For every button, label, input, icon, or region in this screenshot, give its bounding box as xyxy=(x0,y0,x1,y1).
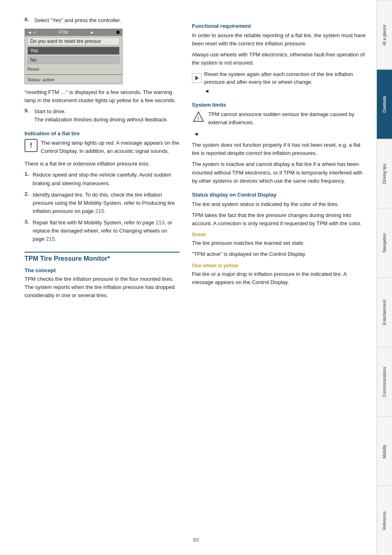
step-2-link[interactable]: 215 xyxy=(95,208,104,214)
sidebar-tab-driving-tips[interactable]: Driving tips xyxy=(377,139,392,208)
svg-marker-0 xyxy=(195,76,199,81)
concept-heading: The concept xyxy=(24,267,180,273)
tpm-major-heading: TPM Tire Pressure Monitor* xyxy=(24,252,180,262)
ftm-right-arrow: ► xyxy=(90,30,94,35)
sidebar-tab-entertainment[interactable]: Entertainment xyxy=(377,278,392,347)
indication-text1: The warning lamp lights up red. A messag… xyxy=(41,139,180,158)
numbered-step-3: 3. Repair flat tire with M Mobility Syst… xyxy=(24,219,180,243)
sidebar-tab-navigation[interactable]: Navigation xyxy=(377,208,392,278)
functional-req-text1: In order to assure the reliable reportin… xyxy=(192,31,368,48)
step-9-content: Start to drive. The initialization finis… xyxy=(34,107,168,124)
sidebar-tab-communications[interactable]: Communications xyxy=(377,347,392,416)
sidebar-tab-controls[interactable]: Controls xyxy=(377,69,392,139)
page-number: 83 xyxy=(193,537,199,543)
right-column: Functional requirement In order to assur… xyxy=(192,16,368,539)
step-9: 9. Start to drive. The initialization fi… xyxy=(24,107,180,124)
step-8-text: Select "Yes" and press the controller. xyxy=(34,16,121,25)
reset-note-text: Reset the system again after each correc… xyxy=(204,70,368,86)
indication-p1: The warning lamp lights up red. A messag… xyxy=(41,139,180,155)
green-text2: "TPM active" is displayed on the Control… xyxy=(192,250,368,258)
sidebar-tab-reference[interactable]: Reference xyxy=(377,486,392,555)
step-2-content: Identify damaged tire. To do this, check… xyxy=(33,191,180,215)
functional-req-heading: Functional requirement xyxy=(192,23,368,29)
one-wheel-heading: One wheel is yellow xyxy=(192,263,368,269)
step-9-text: The initialization finishes during drivi… xyxy=(34,116,168,124)
step-2-num: 2. xyxy=(24,191,30,215)
ftm-title: FTM xyxy=(59,30,68,35)
return-symbol-2: ◄ xyxy=(194,130,368,138)
step-8-number: 8. xyxy=(24,16,31,25)
return-symbol-1: ◄ xyxy=(204,87,368,95)
step-3-link1[interactable]: 213 xyxy=(156,219,165,226)
ftm-display-box: ◄ ✓ FTM ► Do you want to reset tire pres… xyxy=(24,29,122,84)
numbered-step-2: 2. Identify damaged tire. To do this, ch… xyxy=(24,191,180,215)
step-9-label: Start to drive. xyxy=(34,107,168,116)
sidebar-tab-mobility[interactable]: Mobility xyxy=(377,416,392,486)
left-column: 8. Select "Yes" and press the controller… xyxy=(24,16,180,539)
warning-exclamation-icon: ! xyxy=(24,139,38,152)
ftm-no: No xyxy=(27,56,120,64)
functional-req-text2: Always use wheels with TPM electronics, … xyxy=(192,51,368,67)
green-text1: The tire pressure matches the learned se… xyxy=(192,239,368,247)
ftm-reset: Reset xyxy=(25,65,122,73)
step-8: 8. Select "Yes" and press the controller… xyxy=(24,16,180,25)
sidebar: At a glance Controls Driving tips Naviga… xyxy=(376,0,392,555)
system-limits-text2: The system is inactive and cannot displa… xyxy=(192,160,368,185)
system-limits-warning-text: TPM cannot announce sudden serious tire … xyxy=(208,110,368,127)
status-display-text2: TPM takes the fact that the tire pressur… xyxy=(192,211,368,228)
flat-tire-box: ! The warning lamp lights up red. A mess… xyxy=(24,139,180,158)
step-1-num: 1. xyxy=(24,171,30,187)
step-3-num: 3. xyxy=(24,219,30,243)
step-1-text: Reduce speed and stop the vehicle carefu… xyxy=(33,171,180,187)
indication-text2: There is a flat tire or extensive inflat… xyxy=(24,160,180,168)
step-3-content: Repair flat tire with M Mobility System,… xyxy=(33,219,180,243)
ftm-left-arrow: ◄ ✓ xyxy=(27,30,37,35)
concept-text: TPM checks the tire inflation pressure i… xyxy=(24,275,180,300)
system-limits-text1: The system does not function properly if… xyxy=(192,141,368,157)
play-icon xyxy=(192,73,202,83)
svg-text:!: ! xyxy=(198,115,199,121)
green-heading: Green xyxy=(192,232,368,237)
indication-heading: Indication of a flat tire xyxy=(24,130,180,137)
system-limits-warning-box: ! TPM cannot announce sudden serious tir… xyxy=(192,110,368,127)
ftm-status: Status: active xyxy=(25,76,122,84)
status-display-heading: Status display on Control Display xyxy=(192,192,368,198)
system-limits-heading: System limits xyxy=(192,102,368,108)
step-3-link2[interactable]: 215 xyxy=(46,236,55,242)
numbered-step-1: 1. Reduce speed and stop the vehicle car… xyxy=(24,171,180,187)
step-9-number: 9. xyxy=(24,107,31,124)
ftm-dot xyxy=(116,31,120,34)
reset-note-box: Reset the system again after each correc… xyxy=(192,70,368,86)
ftm-header: ◄ ✓ FTM ► xyxy=(25,29,122,36)
ftm-yes: Yes xyxy=(27,47,120,55)
status-display-text: The tire and system status is indicated … xyxy=(192,200,368,208)
resetting-text: "resetting FTM …" is displayed for a few… xyxy=(24,88,180,105)
sidebar-tab-at-a-glance[interactable]: At a glance xyxy=(377,0,392,69)
ftm-question: Do you want to reset tire pressur xyxy=(27,37,120,45)
caution-triangle-icon: ! xyxy=(192,110,205,123)
one-wheel-text: Flat tire or a major drop in inflation p… xyxy=(192,270,368,286)
